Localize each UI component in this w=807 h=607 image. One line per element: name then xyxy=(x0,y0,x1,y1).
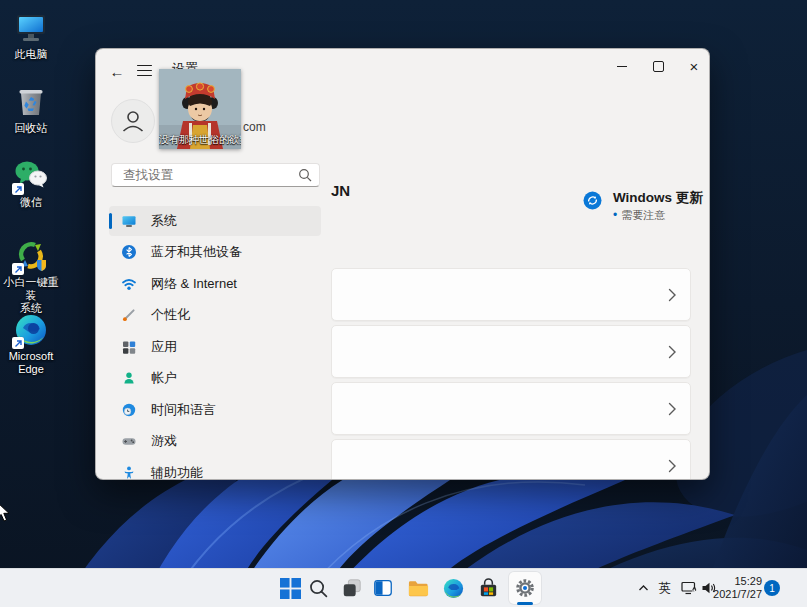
desktop: 此电脑 回收站 xyxy=(0,0,807,607)
file-explorer-button[interactable] xyxy=(402,572,434,604)
tray-chevron-up-button[interactable] xyxy=(636,580,650,596)
widgets-button[interactable] xyxy=(367,572,399,604)
sidebar-item-time-language[interactable]: 时间和语言 xyxy=(109,395,321,425)
person-icon xyxy=(118,106,148,136)
settings-button[interactable] xyxy=(509,572,541,604)
hamburger-menu-button[interactable] xyxy=(137,65,152,76)
microsoft-store-button[interactable] xyxy=(472,572,504,604)
taskbar-search-button[interactable] xyxy=(302,572,334,604)
desktop-icon-this-pc[interactable]: 此电脑 xyxy=(0,10,62,61)
settings-gear-icon xyxy=(514,577,536,599)
network-icon xyxy=(121,276,137,292)
accounts-icon xyxy=(121,370,137,386)
settings-row[interactable] xyxy=(331,268,691,321)
maximize-icon xyxy=(653,61,664,72)
edge-button[interactable] xyxy=(437,572,469,604)
sidebar-item-gaming[interactable]: 游戏 xyxy=(109,426,321,456)
settings-row[interactable] xyxy=(331,325,691,378)
desktop-icon-label: 此电脑 xyxy=(0,48,62,61)
xiaobai-reinstall-icon xyxy=(13,238,49,274)
chevron-right-icon xyxy=(668,402,677,416)
attention-bullet: • xyxy=(613,208,617,222)
gaming-icon xyxy=(121,433,137,449)
shortcut-arrow-icon xyxy=(12,183,24,195)
sidebar-item-personalization[interactable]: 个性化 xyxy=(109,300,321,330)
minimize-icon xyxy=(617,66,627,67)
time-language-icon xyxy=(121,402,137,418)
windows-update-icon xyxy=(583,191,602,210)
settings-window: ← 设置 × com xyxy=(95,48,710,480)
sidebar-item-apps[interactable]: 应用 xyxy=(109,332,321,362)
desktop-icon-label: MicrosoftEdge xyxy=(0,350,62,376)
minimize-button[interactable] xyxy=(605,55,639,77)
desktop-icon-label: 小白一键重装系统 xyxy=(0,276,62,315)
wechat-icon xyxy=(13,158,49,194)
system-icon xyxy=(121,213,137,229)
maximize-button[interactable] xyxy=(641,55,675,77)
settings-search-input[interactable] xyxy=(111,163,320,187)
sidebar-item-system[interactable]: 系统 xyxy=(109,206,321,236)
microsoft-edge-icon xyxy=(13,312,49,348)
back-button[interactable]: ← xyxy=(106,61,128,81)
apps-icon xyxy=(121,339,137,355)
clock-date[interactable]: 15:29 2021/7/27 xyxy=(694,575,762,602)
desktop-icon-wechat[interactable]: 微信 xyxy=(0,158,62,209)
account-email-fragment: com xyxy=(243,120,266,134)
windows-logo-icon xyxy=(280,578,301,599)
active-app-indicator xyxy=(517,602,533,605)
recycle-bin-icon xyxy=(13,84,49,120)
desktop-icon-xiaobai[interactable]: 小白一键重装系统 xyxy=(0,238,62,315)
device-name-heading-fragment: JN xyxy=(331,182,350,199)
chevron-right-icon xyxy=(668,459,677,473)
settings-row[interactable] xyxy=(331,439,691,480)
shortcut-arrow-icon xyxy=(12,263,24,275)
chevron-right-icon xyxy=(668,288,677,302)
sidebar-item-bluetooth[interactable]: 蓝牙和其他设备 xyxy=(109,237,321,267)
desktop-icon-label: 微信 xyxy=(0,196,62,209)
sidebar-item-network[interactable]: 网络 & Internet xyxy=(109,269,321,299)
accessibility-icon xyxy=(121,465,137,481)
this-pc-icon xyxy=(13,10,49,46)
sidebar-item-accounts[interactable]: 帐户 xyxy=(109,363,321,393)
desktop-icon-recycle-bin[interactable]: 回收站 xyxy=(0,84,62,135)
settings-row[interactable] xyxy=(331,382,691,435)
notification-badge[interactable]: 1 xyxy=(764,580,780,596)
photo-caption: 没有那种世俗的欲望 xyxy=(159,133,241,147)
task-view-button[interactable] xyxy=(336,572,368,604)
chevron-right-icon xyxy=(668,345,677,359)
bluetooth-icon xyxy=(121,244,137,260)
close-button[interactable]: × xyxy=(677,55,710,77)
ime-indicator[interactable]: 英 xyxy=(657,580,673,596)
account-avatar[interactable] xyxy=(111,99,155,143)
selected-indicator xyxy=(109,213,112,229)
desktop-icon-label: 回收站 xyxy=(0,122,62,135)
close-icon: × xyxy=(690,59,699,74)
chevron-up-icon xyxy=(638,584,649,592)
personalization-icon xyxy=(121,307,137,323)
tray-time: 15:29 xyxy=(694,575,762,588)
task-view-icon xyxy=(341,577,363,599)
tray-date: 2021/7/27 xyxy=(694,588,762,601)
edge-icon xyxy=(442,577,465,600)
mouse-cursor xyxy=(0,501,12,523)
taskbar: 英 15:29 2021/7/27 1 xyxy=(0,568,807,607)
desktop-icon-edge[interactable]: MicrosoftEdge xyxy=(0,312,62,376)
search-icon xyxy=(308,578,329,599)
overlay-photo: 没有那种世俗的欲望 xyxy=(159,69,241,149)
sidebar-item-accessibility[interactable]: 辅助功能 xyxy=(109,458,321,481)
widgets-icon xyxy=(372,577,394,599)
search-icon xyxy=(298,168,312,182)
shortcut-arrow-icon xyxy=(12,337,24,349)
microsoft-store-icon xyxy=(477,577,500,600)
file-explorer-icon xyxy=(407,577,430,600)
